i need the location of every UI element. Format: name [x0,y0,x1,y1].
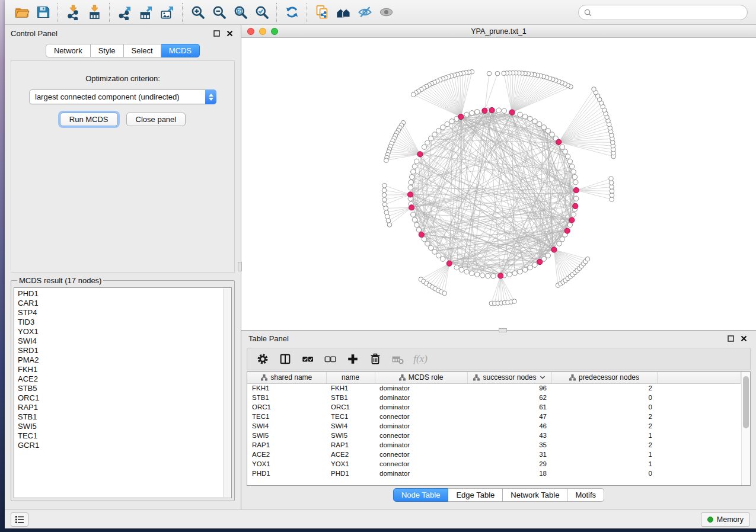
network-node[interactable] [486,274,490,278]
close-panel-action-button[interactable]: Close panel [126,113,186,126]
copy-network-view-button[interactable] [311,2,333,23]
network-node[interactable] [518,269,522,274]
mcds-result-item[interactable]: PMA2 [18,355,231,365]
tab-edge-table[interactable]: Edge Table [448,488,503,502]
mcds-result-item[interactable]: YOX1 [18,327,231,336]
export-network-button[interactable] [114,2,135,23]
function-builder-button[interactable]: f(x) [411,350,430,368]
network-hub-node[interactable] [551,247,557,252]
network-node[interactable] [475,110,480,114]
network-leaf-node[interactable] [592,87,596,92]
zoom-out-button[interactable] [208,2,229,23]
network-node[interactable] [464,269,469,274]
network-hub-node[interactable] [419,232,424,237]
network-hub-node[interactable] [573,188,579,193]
network-node[interactable] [502,108,506,113]
network-leaf-node[interactable] [495,71,500,76]
network-nodes[interactable] [382,69,615,305]
mcds-result-item[interactable]: CAR1 [18,299,231,308]
network-leaf-node[interactable] [385,214,390,219]
table-row[interactable]: TEC1TEC1connector472 [247,412,741,421]
network-node[interactable] [409,180,413,185]
network-node[interactable] [528,265,532,270]
network-leaf-node[interactable] [609,177,614,181]
network-leaf-node[interactable] [512,299,517,304]
network-hub-node[interactable] [509,110,515,115]
mcds-result-item[interactable]: RAP1 [18,403,231,412]
mcds-result-item[interactable]: STB1 [18,412,231,422]
network-leaf-node[interactable] [502,71,506,76]
split-handle-horizontal[interactable] [499,328,507,332]
network-node[interactable] [429,245,433,250]
column-header-name[interactable]: name [326,372,375,383]
network-node[interactable] [454,265,459,270]
criterion-select[interactable]: largest connected component (undirected) [29,89,216,104]
mcds-result-item[interactable]: STB5 [18,384,231,393]
network-node[interactable] [411,169,416,174]
mcds-result-item[interactable]: SWI4 [18,336,231,346]
network-leaf-node[interactable] [384,206,388,211]
deselect-all-button[interactable] [321,350,340,368]
network-leaf-node[interactable] [442,291,447,296]
network-node[interactable] [573,180,578,185]
network-node[interactable] [441,125,445,130]
network-node[interactable] [560,145,564,149]
mcds-result-item[interactable]: FKH1 [18,365,231,374]
table-row[interactable]: PHD1PHD1dominator180 [247,469,741,478]
network-leaf-node[interactable] [412,92,416,97]
table-row[interactable]: FKH1FKH1dominator962 [247,383,741,393]
refresh-button[interactable] [281,2,302,23]
add-column-button[interactable] [343,350,362,368]
export-image-button[interactable] [157,2,178,23]
hide-selected-button[interactable] [354,2,375,23]
network-node[interactable] [412,217,417,222]
delete-column-button[interactable] [366,350,385,368]
network-node[interactable] [422,237,426,242]
table-row[interactable]: ACE2ACE2connector311 [247,450,741,459]
zoom-in-button[interactable] [187,2,208,23]
network-leaf-node[interactable] [382,197,387,202]
network-node[interactable] [412,164,417,169]
network-canvas[interactable] [241,38,756,330]
save-session-button[interactable] [32,2,53,23]
memory-button[interactable]: Memory [701,512,750,527]
network-node[interactable] [496,108,501,113]
table-scrollbar-thumb[interactable] [743,376,749,428]
mcds-result-item[interactable]: STP4 [18,308,231,318]
tab-mcds[interactable]: MCDS [161,44,200,57]
column-header-successor-nodes[interactable]: successor nodes [467,372,551,383]
tab-node-table[interactable]: Node Table [393,488,449,502]
network-hub-node[interactable] [573,203,578,209]
table-row[interactable]: STB1STB1dominator620 [247,393,741,402]
network-leaf-node[interactable] [609,181,614,185]
search-field[interactable] [578,5,748,20]
network-node[interactable] [459,267,464,272]
mcds-result-item[interactable]: ACE2 [18,374,231,384]
split-handle-vertical[interactable] [238,262,242,271]
network-node[interactable] [557,241,562,246]
network-node[interactable] [414,159,419,164]
network-node[interactable] [528,116,532,121]
column-header-predecessor-nodes[interactable]: predecessor nodes [551,372,657,383]
network-node[interactable] [464,112,469,117]
first-neighbors-button[interactable] [333,2,354,23]
network-node[interactable] [522,114,527,119]
network-hub-node[interactable] [458,114,464,120]
network-node[interactable] [522,267,527,272]
network-hub-node[interactable] [482,108,487,113]
float-table-panel-button[interactable] [725,334,736,344]
network-hub-node[interactable] [446,261,452,266]
close-table-panel-button[interactable] [738,334,749,344]
show-panels-button[interactable] [11,512,28,527]
network-node[interactable] [532,262,537,267]
mcds-result-item[interactable]: SWI5 [18,422,231,431]
network-hub-node[interactable] [489,107,495,113]
column-header-shared-name[interactable]: shared name [247,372,326,383]
network-leaf-node[interactable] [382,193,387,197]
network-node[interactable] [567,159,572,164]
tab-network[interactable]: Network [46,44,91,57]
network-leaf-node[interactable] [382,188,387,193]
open-file-button[interactable] [11,2,32,23]
table-row[interactable]: RAP1RAP1dominator352 [247,440,741,450]
network-node[interactable] [429,136,433,141]
